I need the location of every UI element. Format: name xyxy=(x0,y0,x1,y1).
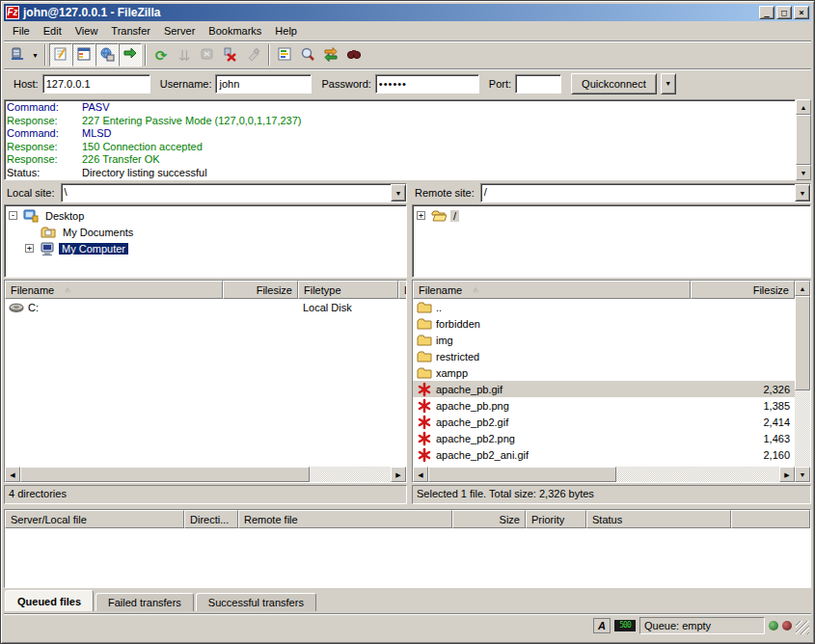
resize-grip[interactable] xyxy=(796,621,809,634)
refresh-button[interactable]: ⟳ xyxy=(149,43,173,67)
remote-file-row[interactable]: restricted xyxy=(413,348,795,364)
queue-column-priority[interactable]: Priority xyxy=(526,510,586,528)
process-queue-button[interactable]: ⇊ xyxy=(173,43,196,67)
remote-file-row[interactable]: xampp xyxy=(413,364,795,381)
toggle-message-log-button[interactable] xyxy=(49,43,72,67)
remote-column-filesize[interactable]: Filesize xyxy=(691,281,795,299)
menu-transfer[interactable]: Transfer xyxy=(104,23,157,39)
collapse-icon[interactable]: - xyxy=(9,211,17,220)
local-column-lastmodified[interactable]: L xyxy=(398,281,407,299)
local-file-row[interactable]: C: Local Disk xyxy=(5,299,406,315)
toggle-local-tree-button[interactable] xyxy=(72,43,95,67)
filters-button[interactable] xyxy=(273,43,296,67)
queue-column-direction[interactable]: Directi... xyxy=(184,510,238,528)
message-log[interactable]: Command:PASV Response:227 Entering Passi… xyxy=(4,99,796,180)
menu-edit[interactable]: Edit xyxy=(37,23,68,39)
queue-body[interactable] xyxy=(5,528,810,587)
remote-list-body[interactable]: .. forbidden img xyxy=(413,299,795,467)
local-site-combo[interactable]: \ ▼ xyxy=(61,183,407,202)
scroll-up-icon[interactable]: ▲ xyxy=(795,281,810,296)
combo-dropdown-icon[interactable]: ▼ xyxy=(795,184,810,201)
tab-successful-transfers[interactable]: Successful transfers xyxy=(196,593,316,611)
speed-limits-icon[interactable]: 500 xyxy=(614,620,636,631)
remote-column-filename[interactable]: Filename▲ xyxy=(413,281,691,299)
image-file-icon xyxy=(417,398,432,414)
menu-bookmarks[interactable]: Bookmarks xyxy=(202,23,268,39)
tree-item-root[interactable]: + / xyxy=(414,207,809,224)
title-bar[interactable]: Fz john@127.0.0.1 - FileZilla _ □ × xyxy=(4,4,811,21)
queue-column-size[interactable]: Size xyxy=(452,510,526,528)
host-label: Host: xyxy=(14,78,39,90)
scroll-right-icon[interactable]: ▶ xyxy=(391,467,406,482)
remote-horizontal-scrollbar[interactable]: ◀ ▶ xyxy=(413,467,795,482)
scroll-right-icon[interactable]: ▶ xyxy=(779,467,795,482)
site-manager-button[interactable] xyxy=(6,43,29,67)
username-input[interactable] xyxy=(215,74,312,94)
maximize-button[interactable]: □ xyxy=(776,6,792,19)
queue-column-server-local-file[interactable]: Server/Local file xyxy=(5,510,184,528)
local-column-filename[interactable]: Filename▲ xyxy=(5,281,223,299)
scrollbar-thumb[interactable] xyxy=(428,467,616,482)
host-input[interactable] xyxy=(42,74,150,94)
port-input[interactable] xyxy=(515,74,561,94)
remote-file-row[interactable]: img xyxy=(413,332,795,348)
menu-file[interactable]: File xyxy=(6,23,37,39)
quickconnect-bar: Host: Username: Password: Port: Quickcon… xyxy=(4,68,811,97)
scrollbar-thumb[interactable] xyxy=(796,115,811,165)
quickconnect-dropdown[interactable]: ▼ xyxy=(661,73,676,94)
combo-dropdown-icon[interactable]: ▼ xyxy=(391,184,406,201)
scroll-down-icon[interactable]: ▼ xyxy=(795,467,810,482)
tree-item-my-computer[interactable]: + My Computer xyxy=(6,240,405,256)
tab-failed-transfers[interactable]: Failed transfers xyxy=(95,593,194,611)
remote-vertical-scrollbar[interactable]: ▲ ▼ xyxy=(795,281,810,482)
remote-file-row[interactable]: apache_pb.png 1,385 xyxy=(413,397,795,414)
expand-icon[interactable]: + xyxy=(417,211,425,220)
synchronized-browsing-button[interactable] xyxy=(342,43,366,67)
disconnect-button[interactable] xyxy=(219,43,242,67)
quickconnect-button[interactable]: Quickconnect xyxy=(571,73,657,94)
scroll-down-icon[interactable]: ▼ xyxy=(796,165,811,180)
scrollbar-thumb[interactable] xyxy=(795,296,810,390)
site-manager-dropdown[interactable]: ▼ xyxy=(29,43,41,67)
tree-item-desktop[interactable]: - Desktop xyxy=(6,207,405,224)
tab-queued-files[interactable]: Queued files xyxy=(5,590,94,611)
local-file-list[interactable]: Filename▲ Filesize Filetype L C: Local D… xyxy=(4,280,407,483)
cancel-operation-button[interactable] xyxy=(196,43,219,67)
remote-file-row[interactable]: apache_pb2_ani.gif 2,160 xyxy=(413,446,795,463)
remote-directory-tree[interactable]: + / xyxy=(412,204,811,278)
local-list-body[interactable]: C: Local Disk xyxy=(5,299,406,467)
local-directory-tree[interactable]: - Desktop My Documents + My Computer xyxy=(4,204,407,278)
remote-site-combo[interactable]: / ▼ xyxy=(480,183,811,202)
minimize-button[interactable]: _ xyxy=(759,6,774,19)
close-button[interactable]: × xyxy=(794,6,809,19)
local-column-filetype[interactable]: Filetype xyxy=(298,281,398,299)
file-search-button[interactable] xyxy=(296,43,319,67)
reconnect-button[interactable] xyxy=(242,43,265,67)
scroll-left-icon[interactable]: ◀ xyxy=(413,467,428,482)
password-input[interactable] xyxy=(375,74,479,94)
local-site-label: Local site: xyxy=(4,187,61,199)
remote-file-row[interactable]: forbidden xyxy=(413,315,795,332)
scroll-up-icon[interactable]: ▲ xyxy=(796,99,811,115)
transfer-type-indicator-icon[interactable]: A xyxy=(593,618,611,633)
scroll-left-icon[interactable]: ◀ xyxy=(5,467,20,482)
remote-file-row[interactable]: apache_pb2.png 1,463 xyxy=(413,430,795,446)
tree-item-my-documents[interactable]: My Documents xyxy=(6,224,405,240)
remote-file-row-selected[interactable]: apache_pb.gif 2,326 xyxy=(413,381,795,397)
expand-icon[interactable]: + xyxy=(25,244,34,253)
local-column-filesize[interactable]: Filesize xyxy=(223,281,298,299)
remote-file-list[interactable]: Filename▲ Filesize .. forbidden xyxy=(412,280,811,483)
scrollbar-thumb[interactable] xyxy=(20,467,310,482)
local-horizontal-scrollbar[interactable]: ◀ ▶ xyxy=(5,467,406,482)
menu-view[interactable]: View xyxy=(68,23,105,39)
remote-file-row[interactable]: .. xyxy=(413,299,795,315)
toggle-transfer-queue-button[interactable] xyxy=(119,43,142,67)
compare-directories-button[interactable] xyxy=(319,43,342,67)
menu-help[interactable]: Help xyxy=(268,23,304,39)
queue-column-remote-file[interactable]: Remote file xyxy=(238,510,452,528)
menu-server[interactable]: Server xyxy=(157,23,202,39)
remote-file-row[interactable]: apache_pb2.gif 2,414 xyxy=(413,414,795,430)
toggle-remote-tree-button[interactable] xyxy=(95,43,119,67)
log-scrollbar[interactable]: ▲ ▼ xyxy=(796,99,811,180)
queue-column-status[interactable]: Status xyxy=(586,510,731,528)
